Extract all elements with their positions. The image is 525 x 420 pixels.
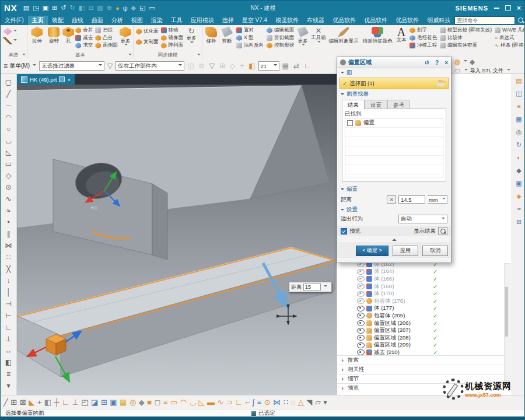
- more-tools-icon[interactable]: ▾: [323, 398, 327, 406]
- tab-reference[interactable]: 参考: [387, 100, 410, 109]
- derived-line-icon[interactable]: │: [3, 286, 15, 298]
- eye-icon[interactable]: [357, 335, 365, 341]
- eye-icon[interactable]: [357, 306, 365, 312]
- tree-row[interactable]: 偏置区域 (209)✓: [337, 342, 504, 349]
- quick-trim-icon[interactable]: ⊣: [3, 298, 15, 309]
- tree-row[interactable]: 体 (170)✓: [337, 290, 504, 298]
- menu-button[interactable]: ≡ 菜单(M): [4, 62, 36, 70]
- wrap-icon[interactable]: ◌: [290, 398, 295, 406]
- boss-button[interactable]: 凸台: [95, 34, 118, 41]
- tab-results[interactable]: 结果: [342, 100, 365, 109]
- eye-icon[interactable]: [357, 342, 365, 348]
- active-square-icon[interactable]: ■: [147, 398, 152, 406]
- patch-button[interactable]: 修补: [204, 26, 219, 44]
- tree-row[interactable]: 包容体 (205)✓: [337, 312, 504, 320]
- edit-object-display-button[interactable]: 编辑对象显示: [327, 26, 360, 44]
- import-stl-button[interactable]: 导入 STL 文件: [470, 67, 503, 75]
- selection-filter-dropdown[interactable]: 无选择过滤器: [39, 61, 104, 71]
- tree-row[interactable]: 偏置区域 (207)✓: [337, 327, 504, 334]
- select-face-row[interactable]: ✓ 选择面 (1): [340, 78, 449, 89]
- sweep-button[interactable]: 扫掠: [95, 27, 118, 34]
- settings-stack-icon[interactable]: ▦: [120, 398, 127, 406]
- pattern-curve-icon[interactable]: ∷: [3, 251, 15, 262]
- shaded-cube-icon[interactable]: ◧: [44, 398, 51, 406]
- text-button[interactable]: A文本: [395, 26, 408, 43]
- intersection-curve-icon[interactable]: ╳: [3, 263, 15, 274]
- sketch-table-check-icon[interactable]: ⊠: [20, 398, 26, 406]
- tab-5[interactable]: 视图: [127, 16, 147, 25]
- sphere-grid-icon[interactable]: ◎: [130, 398, 136, 406]
- part-tab-close-icon[interactable]: ×: [67, 76, 71, 83]
- assistant-icon[interactable]: ◆: [131, 4, 135, 12]
- eye-icon[interactable]: [357, 269, 365, 275]
- tree-row[interactable]: 偏置区域 (206)✓: [337, 320, 504, 327]
- roles-icon[interactable]: ▣: [516, 180, 522, 187]
- paste-icon[interactable]: ▥: [97, 4, 103, 12]
- tab-settings[interactable]: 设置: [365, 100, 387, 109]
- close-button[interactable]: ×: [517, 4, 521, 12]
- process-studio-icon[interactable]: ◐: [517, 155, 521, 161]
- selection-scope-dropdown[interactable]: 仅在工作部件内: [116, 61, 184, 71]
- move-face-button[interactable]: 移动: [161, 27, 184, 34]
- view-manager-icon[interactable]: ◎: [516, 129, 522, 135]
- tree-row[interactable]: 包容体 (176)✓: [337, 298, 504, 305]
- bend-icon[interactable]: ◡: [190, 398, 196, 406]
- face-blend-button[interactable]: 面倒圆: [95, 42, 118, 49]
- dialog-collapse-handle[interactable]: [337, 236, 451, 243]
- sketch-button[interactable]: [3, 28, 17, 35]
- dialog-help-button[interactable]: ?: [435, 60, 439, 66]
- dialog-reset-button[interactable]: ↺: [425, 60, 429, 66]
- relations-icon[interactable]: ⊞: [516, 219, 522, 225]
- open-file-icon[interactable]: ◳: [33, 4, 38, 12]
- eye-icon[interactable]: [357, 284, 365, 289]
- chamfer-icon[interactable]: ◺: [3, 146, 15, 158]
- redo-icon[interactable]: ↻: [70, 4, 75, 12]
- more-misc-button[interactable]: 更多: [296, 26, 310, 47]
- hole-button[interactable]: 孔: [62, 26, 74, 44]
- sweep-icon[interactable]: ∫: [253, 398, 255, 406]
- project-curve-icon[interactable]: ↓: [3, 275, 15, 286]
- tab-2[interactable]: 曲线: [68, 16, 88, 25]
- dialog-close-button[interactable]: ×: [444, 60, 448, 66]
- bracket-side-face[interactable]: [152, 184, 167, 260]
- navigator-scrollbar[interactable]: [504, 263, 510, 381]
- more-basic-button[interactable]: 更多: [119, 26, 132, 47]
- edit-density-button[interactable]: 编辑实体密度: [440, 42, 492, 49]
- highlight-hidden-icon[interactable]: ◫: [187, 62, 194, 70]
- unit-dropdown[interactable]: mm: [428, 195, 447, 204]
- copy-icon[interactable]: ⊟: [88, 4, 93, 12]
- new-file-icon[interactable]: ▤: [23, 4, 29, 12]
- jog-icon[interactable]: ⌐: [246, 398, 250, 406]
- layers-icon[interactable]: ≡: [163, 398, 168, 406]
- tab-12[interactable]: 布线器: [303, 16, 328, 25]
- swap-view-icon[interactable]: ⇄: [293, 62, 299, 70]
- show-result-button[interactable]: [438, 227, 447, 235]
- spline-button[interactable]: ∿样条 (即将失效): [495, 42, 525, 49]
- tree-row[interactable]: 体 (166)✓: [337, 275, 504, 283]
- render-style-icon[interactable]: ◍: [454, 58, 460, 66]
- tab-1[interactable]: 装配: [48, 16, 68, 25]
- eye-icon[interactable]: [357, 313, 365, 318]
- optimize-face-button[interactable]: 优化面: [136, 28, 159, 35]
- undo-icon[interactable]: ↺: [61, 4, 66, 12]
- toolbox-button[interactable]: ✕工具箱: [310, 26, 327, 44]
- point-icon[interactable]: •: [3, 216, 15, 228]
- save-icon[interactable]: ▣: [43, 4, 48, 12]
- command-search-input[interactable]: [454, 16, 515, 24]
- shaded-view-cube-icon[interactable]: ◧: [249, 62, 255, 70]
- revolve-button[interactable]: 旋转: [46, 26, 62, 44]
- copy-face-button[interactable]: 复制面: [136, 38, 159, 46]
- materials-icon[interactable]: ≈: [517, 206, 520, 212]
- profile-icon[interactable]: ╱: [3, 88, 15, 99]
- dialog-title-bar[interactable]: 偏置区域 ↺ ? ×: [337, 57, 451, 68]
- general-select-icon[interactable]: +: [240, 62, 244, 70]
- snap-level-dropdown[interactable]: 21: [258, 61, 279, 71]
- found-item-checkbox[interactable]: [347, 120, 353, 126]
- funnel-reset-icon[interactable]: ▽: [107, 62, 113, 70]
- clip-section-button[interactable]: 剪切截面: [267, 34, 294, 41]
- offset-face-icon[interactable]: △: [298, 398, 304, 406]
- section-dependencies[interactable]: 相关性: [337, 365, 504, 374]
- system-scenes-icon[interactable]: ◈: [516, 193, 521, 200]
- voice-command-icon[interactable]: ψ: [123, 5, 128, 12]
- pattern-face-button[interactable]: 阵列面: [161, 42, 184, 49]
